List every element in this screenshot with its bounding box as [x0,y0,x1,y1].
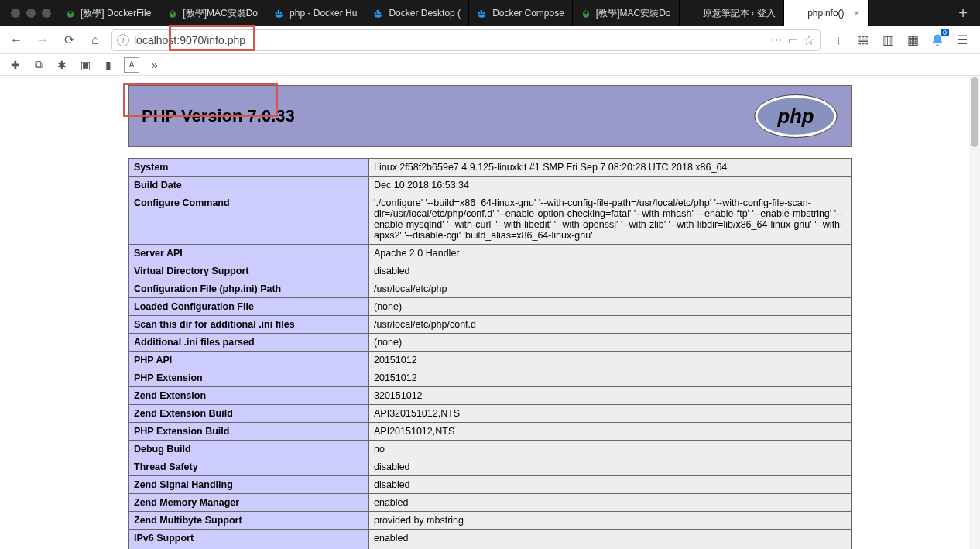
phpinfo-header: PHP Version 7.0.33 php [128,85,852,147]
phpinfo-key: Configuration File (php.ini) Path [129,280,369,298]
phpinfo-value: (none) [369,298,852,316]
downloads-icon[interactable]: ↓ [830,32,847,49]
window-zoom-icon[interactable] [42,9,51,18]
phpinfo-key: PHP API [129,352,369,369]
page-actions-more-icon[interactable]: ⋯ [771,34,783,46]
bookmark-font-icon[interactable]: A [124,57,139,73]
phpinfo-key: System [129,159,369,177]
phpinfo-value: 20151012 [369,369,852,387]
phpinfo-row: PHP API20151012 [129,352,852,369]
scroll-thumb[interactable] [971,77,978,147]
phpinfo-row: PHP Extension BuildAPI20151012,NTS [129,423,852,441]
phpinfo-row: Configure Command'./configure' '--build=… [129,194,852,245]
url-input[interactable] [134,34,766,46]
apps-icon[interactable]: ▦ [904,32,921,49]
phpinfo-key: Zend Extension Build [129,405,369,423]
browser-tab-1[interactable]: [教學]MAC安裝Do [159,0,266,26]
vertical-scrollbar[interactable] [969,76,980,549]
bookmark-copy-icon[interactable]: ⧉ [31,57,46,73]
phpinfo-row: Thread Safetydisabled [129,458,852,476]
new-tab-button[interactable]: + [951,5,975,22]
svg-rect-7 [377,10,379,12]
browser-tab-7[interactable]: phpinfo()× [784,0,869,26]
toolbar-right: ↓ 𝍐 ▥ ▦ ☰ [827,32,974,49]
phpinfo-row: IPv6 Supportenabled [129,530,852,547]
tab-label: phpinfo() [807,8,844,19]
reader-view-icon[interactable]: ▭ [788,34,798,46]
svg-rect-8 [478,12,480,14]
tab-label: [教學]MAC安裝Do [596,7,671,20]
window-minimize-icon[interactable] [26,9,36,18]
phpinfo-row: Zend Signal Handlingdisabled [129,476,852,494]
phpinfo-key: Zend Multibyte Support [129,512,369,530]
phpinfo-key: Zend Extension [129,387,369,405]
phpinfo-row: Zend Multibyte Supportprovided by mbstri… [129,512,852,530]
phpinfo-row: Debug Buildno [129,441,852,458]
phpinfo-table: SystemLinux 2f58f2b659e7 4.9.125-linuxki… [128,158,852,549]
bookmark-chevron-icon[interactable]: » [147,57,163,73]
forward-button[interactable]: → [33,30,53,50]
phpinfo-key: Server API [129,245,369,262]
svg-rect-3 [278,10,279,12]
phpinfo-key: Scan this dir for additional .ini files [129,316,369,334]
phpinfo-row: Zend Memory Managerenabled [129,494,852,512]
bookmark-sun-icon[interactable]: ✱ [54,57,70,73]
phpinfo-key: Additional .ini files parsed [129,334,369,352]
sidebar-toggle-icon[interactable]: ▥ [879,32,896,49]
phpinfo-value: provided by mbstring [369,512,852,530]
phpinfo-row: Server APIApache 2.0 Handler [129,245,852,262]
bookmark-stack-icon[interactable]: ▮ [101,57,116,73]
hamburger-menu-icon[interactable]: ☰ [954,32,971,49]
browser-tab-2[interactable]: php - Docker Hu [266,0,365,26]
phpinfo-value: disabled [369,476,852,494]
phpinfo-row: Zend Extension320151012 [129,387,852,405]
bookmark-star-icon[interactable]: ☆ [803,32,815,49]
browser-tab-4[interactable]: Docker Compose [469,0,573,26]
window-controls [5,9,57,18]
phpinfo-value: Linux 2f58f2b659e7 4.9.125-linuxkit #1 S… [369,159,852,177]
phpinfo-key: Debug Build [129,441,369,458]
phpinfo-value: /usr/local/etc/php [369,280,852,298]
tab-label: [教學]MAC安裝Do [183,7,258,20]
svg-rect-5 [377,12,379,14]
phpinfo-value: disabled [369,262,852,280]
library-icon[interactable]: 𝍐 [855,32,872,49]
url-bar[interactable]: i ⋯ ▭ ☆ [111,29,821,51]
browser-tab-0[interactable]: [教學] DockerFile [57,0,159,26]
phpinfo-value: no [369,441,852,458]
phpinfo-row: Configuration File (php.ini) Path/usr/lo… [129,280,852,298]
back-button[interactable]: ← [6,30,26,50]
tab-label: 原意筆記本 ‹ 登入 [703,7,776,20]
phpinfo-row: SystemLinux 2f58f2b659e7 4.9.125-linuxki… [129,159,852,177]
phpinfo-value: (none) [369,334,852,352]
notifications-icon[interactable] [929,32,946,49]
svg-rect-1 [278,12,279,14]
tab-label: Docker Desktop ( [389,8,461,19]
browser-tab-6[interactable]: 原意筆記本 ‹ 登入 [680,0,785,26]
phpinfo-value: API320151012,NTS [369,405,852,423]
phpinfo-row: Loaded Configuration File(none) [129,298,852,316]
site-info-icon[interactable]: i [117,34,129,46]
window-close-icon[interactable] [11,9,20,18]
page-viewport[interactable]: PHP Version 7.0.33 php SystemLinux 2f58f… [0,76,980,549]
browser-tab-3[interactable]: Docker Desktop ( [365,0,469,26]
browser-tab-5[interactable]: [教學]MAC安裝Do [573,0,680,26]
phpinfo-row: Scan this dir for additional .ini files/… [129,316,852,334]
phpinfo-value: Apache 2.0 Handler [369,245,852,262]
phpinfo-value: 20151012 [369,352,852,369]
phpinfo-key: Zend Signal Handling [129,476,369,494]
tab-strip: [教學] DockerFile[教學]MAC安裝Dophp - Docker H… [57,0,951,26]
phpinfo-value: Dec 10 2018 16:53:34 [369,177,852,194]
bookmark-camera-icon[interactable]: ▣ [77,57,93,73]
svg-rect-4 [375,12,376,14]
reload-button[interactable]: ⟳ [59,30,79,50]
bookmark-extension-icon[interactable]: ✚ [8,57,23,73]
svg-rect-2 [280,12,282,14]
tab-label: Docker Compose [492,8,564,19]
svg-rect-11 [481,10,482,12]
home-button[interactable]: ⌂ [85,30,105,50]
svg-rect-9 [481,12,482,14]
phpinfo-key: Thread Safety [129,458,369,476]
close-tab-icon[interactable]: × [854,7,860,19]
phpinfo-key: Virtual Directory Support [129,262,369,280]
